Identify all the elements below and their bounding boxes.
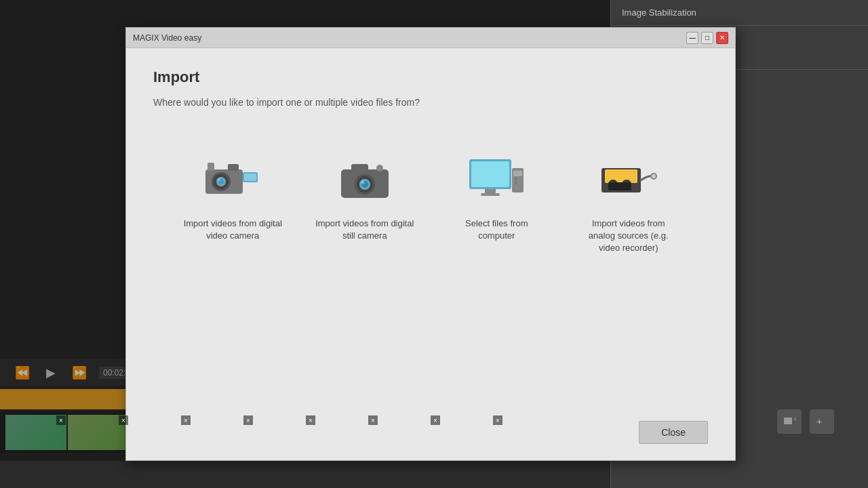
import-option-label: Select files from computer (446, 218, 547, 242)
close-icon[interactable]: × (181, 415, 191, 425)
svg-text:+: + (793, 415, 796, 423)
import-heading: Import (153, 68, 708, 86)
digital-video-camera-icon (199, 152, 267, 207)
close-icon[interactable]: × (119, 415, 128, 425)
svg-point-8 (218, 178, 220, 181)
svg-rect-0 (784, 418, 792, 424)
svg-point-27 (515, 178, 517, 180)
import-option-analog-sources[interactable]: Import videos from analog sources (e.g. … (568, 142, 690, 266)
svg-rect-26 (513, 171, 522, 176)
close-icon[interactable]: × (368, 415, 378, 425)
svg-rect-23 (485, 189, 496, 193)
import-subtitle: Where would you like to import one or mu… (153, 97, 708, 108)
import-option-label: Import videos from digital video camera (182, 218, 283, 242)
close-icon[interactable]: × (56, 415, 66, 425)
import-option-computer[interactable]: Select files from computer (435, 142, 557, 253)
dialog-titlebar: MAGIX Video easy — □ ✕ (126, 28, 735, 48)
close-window-button[interactable]: ✕ (716, 32, 728, 44)
svg-point-19 (361, 181, 364, 184)
minimize-button[interactable]: — (686, 32, 698, 44)
svg-rect-9 (228, 164, 239, 171)
close-icon[interactable]: × (306, 415, 315, 425)
svg-rect-24 (481, 193, 500, 196)
svg-rect-35 (608, 182, 631, 190)
add-clip-icon: + (783, 415, 796, 428)
close-button[interactable]: Close (639, 421, 708, 444)
zoom-icon: + (815, 415, 829, 428)
svg-rect-12 (208, 163, 214, 171)
svg-rect-14 (351, 164, 368, 171)
bottom-right-icons: + + (777, 409, 834, 434)
titlebar-controls: — □ ✕ (686, 32, 728, 44)
add-to-timeline-button[interactable]: + (777, 409, 802, 434)
right-panel-top: Image Stabilization (611, 0, 868, 26)
svg-point-37 (652, 174, 656, 178)
zoom-in-button[interactable]: + (810, 409, 834, 434)
svg-rect-11 (244, 174, 256, 181)
svg-point-28 (515, 182, 517, 184)
import-option-digital-still-camera[interactable]: Import videos from digital still camera (304, 142, 426, 253)
close-icon[interactable]: × (493, 415, 502, 425)
dialog-title: MAGIX Video easy (133, 33, 201, 43)
svg-point-20 (376, 165, 383, 171)
svg-text:+: + (816, 416, 822, 427)
maximize-button[interactable]: □ (701, 32, 713, 44)
svg-rect-22 (471, 161, 509, 187)
close-icon[interactable]: × (243, 415, 253, 425)
import-option-digital-video-camera[interactable]: Import videos from digital video camera (172, 142, 294, 253)
close-icon[interactable]: × (431, 415, 440, 425)
dialog-content: Import Where would you like to import on… (126, 48, 735, 286)
import-option-label: Import videos from digital still camera (315, 218, 415, 242)
digital-still-camera-icon (331, 152, 399, 207)
analog-sources-icon (595, 152, 663, 207)
computer-icon (462, 152, 530, 207)
import-options: Import videos from digital video camera (153, 142, 708, 266)
import-dialog: MAGIX Video easy — □ ✕ Import Where woul… (125, 27, 736, 461)
import-option-label: Import videos from analog sources (e.g. … (578, 218, 679, 255)
image-stabilization-label: Image Stabilization (622, 7, 696, 18)
